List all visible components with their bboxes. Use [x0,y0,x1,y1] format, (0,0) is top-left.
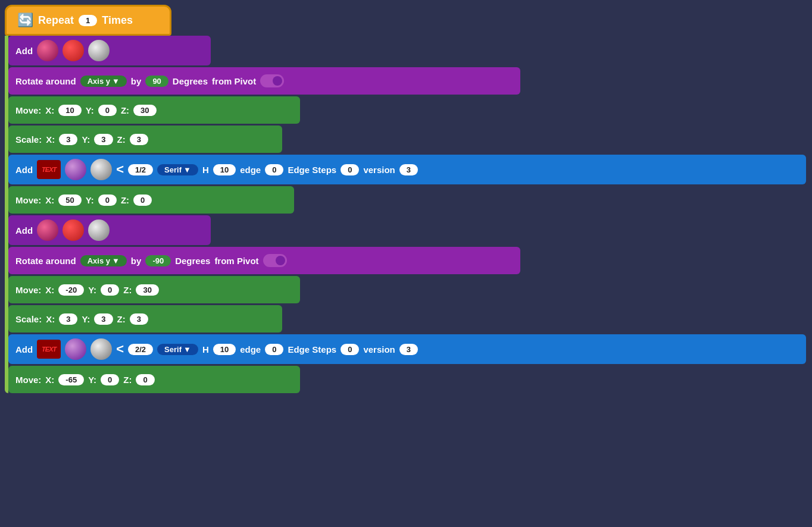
move-y-val-1[interactable]: 0 [98,105,117,116]
rotate-by-label-2: by [131,256,142,266]
move-x-label-4: X: [45,375,54,385]
chevron-down-icon-1: ▼ [112,77,120,86]
move-block-2[interactable]: Move: X: 50 Y: 0 Z: 0 [8,186,294,214]
move-block-4[interactable]: Move: X: -65 Y: 0 Z: 0 [8,366,300,393]
scale-block-2[interactable]: Scale: X: 3 Y: 3 Z: 3 [8,305,282,332]
fraction-4[interactable]: 2/2 [128,344,153,355]
move-x-label-1: X: [45,105,54,115]
scale-y-val-1[interactable]: 3 [94,134,113,145]
rotate-block-2[interactable]: Rotate around Axis y ▼ by -90 Degrees fr… [8,247,520,274]
rotate-toggle-1[interactable] [260,74,284,87]
repeat-block-container: 🔄 Repeat 1 Times Add Rotate around Axis … [5,5,806,393]
fraction-2[interactable]: 1/2 [128,164,153,175]
move-x-val-4[interactable]: -65 [58,374,84,385]
edge-steps-label-4: Edge Steps [288,344,336,355]
h-label-4: H [202,344,209,355]
text-icon-4: TEXT [37,340,61,359]
add-block-3[interactable]: Add [8,215,211,245]
add-block-1[interactable]: Add [8,36,211,65]
edge-steps-label-2: Edge Steps [288,165,336,175]
move-z-label-1: Z: [121,105,129,115]
move-x-val-2[interactable]: 50 [58,195,81,206]
move-block-1[interactable]: Move: X: 10 Y: 0 Z: 30 [8,96,300,124]
rotate-degrees-val-1[interactable]: 90 [145,76,168,87]
repeat-count[interactable]: 1 [79,15,97,26]
add-block-2[interactable]: Add TEXT < 1/2 Serif ▼ H 10 edge 0 Edge … [8,155,806,184]
add-icon-purple-4 [65,338,86,360]
move-z-val-4[interactable]: 0 [136,374,154,385]
move-y-val-3[interactable]: 0 [101,284,119,296]
move-z-val-3[interactable]: 30 [136,284,158,296]
rotate-toggle-2[interactable] [263,254,287,267]
add-icon-red-1 [63,40,84,61]
rotate-from-label-2: from Pivot [214,256,258,266]
move-y-label-1: Y: [86,105,94,115]
move-block-3[interactable]: Move: X: -20 Y: 0 Z: 30 [8,276,300,303]
add-icon-gray-1 [88,40,110,61]
version-val-2[interactable]: 3 [399,164,418,175]
move-y-val-2[interactable]: 0 [98,195,117,206]
add-icon-red-3 [63,219,84,241]
scale-z-label-1: Z: [117,134,126,145]
move-x-val-1[interactable]: 10 [58,105,81,116]
font-dropdown-2[interactable]: Serif ▼ [157,164,198,175]
version-label-4: version [363,344,395,355]
h-label-2: H [202,165,209,175]
scale-y-val-2[interactable]: 3 [94,313,113,325]
rotate-degrees-val-2[interactable]: -90 [145,255,171,266]
add-icon-gray-4 [90,338,112,360]
angle-bracket-4: < [116,341,124,357]
move-z-label-4: Z: [123,375,132,385]
edge-steps-val-2[interactable]: 0 [341,164,359,175]
rotate-degrees-label-1: Degrees [173,76,208,86]
move-y-label-3: Y: [88,285,96,295]
move-y-label-2: Y: [86,195,94,205]
scale-x-label-1: X: [46,134,55,145]
scale-x-val-1[interactable]: 3 [59,134,77,145]
repeat-label: Repeat [38,14,74,27]
add-block-4[interactable]: Add TEXT < 2/2 Serif ▼ H 10 edge 0 Edge … [8,334,806,364]
scale-x-val-2[interactable]: 3 [59,313,77,325]
chevron-down-icon-4: ▼ [183,345,191,354]
repeat-icon: 🔄 [17,12,33,28]
move-label-1: Move: [15,105,41,115]
repeat-header[interactable]: 🔄 Repeat 1 Times [5,5,171,36]
move-x-label-2: X: [45,195,54,205]
scale-y-label-2: Y: [82,314,90,324]
font-dropdown-4[interactable]: Serif ▼ [157,344,198,355]
add-label-2: Add [15,165,33,175]
edge-steps-val-4[interactable]: 0 [341,344,359,355]
edge-label-4: edge [240,344,261,355]
edge-val-2[interactable]: 0 [265,164,283,175]
scale-z-val-2[interactable]: 3 [130,313,148,325]
move-x-val-3[interactable]: -20 [58,284,84,296]
axis-dropdown-1[interactable]: Axis y ▼ [80,76,127,87]
rotate-from-label-1: from Pivot [212,76,256,86]
h-val-2[interactable]: 10 [213,164,236,175]
move-z-label-2: Z: [121,195,129,205]
move-y-val-4[interactable]: 0 [101,374,119,385]
rotate-label-2: Rotate around [15,256,76,266]
add-icon-gray-3 [88,219,110,241]
add-icon-pink-1 [37,40,58,61]
move-z-val-2[interactable]: 0 [133,195,152,206]
add-label-4: Add [15,344,33,355]
scale-z-label-2: Z: [117,314,126,324]
chevron-down-icon-2: ▼ [183,165,191,174]
move-z-label-3: Z: [123,285,132,295]
move-label-2: Move: [15,195,41,205]
version-val-4[interactable]: 3 [399,344,418,355]
add-icon-gray-2 [90,159,112,180]
scale-z-val-1[interactable]: 3 [130,134,148,145]
h-val-4[interactable]: 10 [213,344,236,355]
edge-val-4[interactable]: 0 [265,344,283,355]
move-z-val-1[interactable]: 30 [133,105,156,116]
rotate-block-1[interactable]: Rotate around Axis y ▼ by 90 Degrees fro… [8,67,520,95]
inner-blocks: Add Rotate around Axis y ▼ by 90 Degrees… [8,36,806,393]
repeat-body: Add Rotate around Axis y ▼ by 90 Degrees… [5,36,806,393]
rotate-by-label-1: by [131,76,142,86]
scale-block-1[interactable]: Scale: X: 3 Y: 3 Z: 3 [8,126,282,153]
add-icon-purple-2 [65,159,86,180]
axis-dropdown-2[interactable]: Axis y ▼ [80,255,127,266]
text-icon-2: TEXT [37,160,61,179]
